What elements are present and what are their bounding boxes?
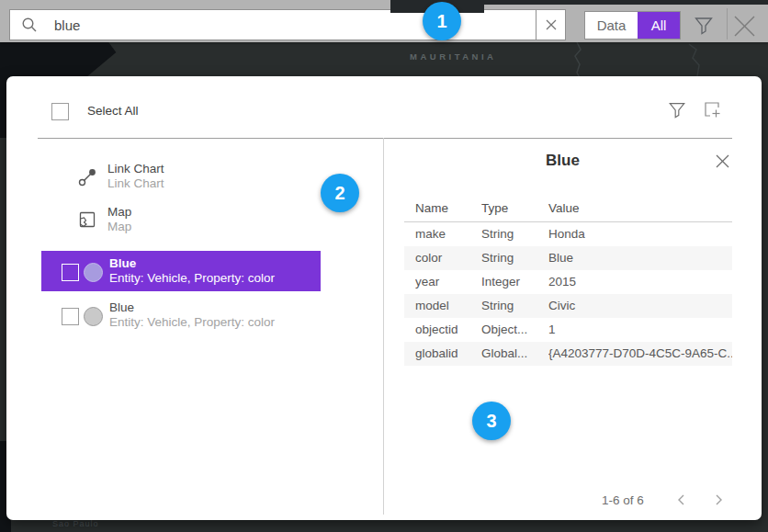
result-title: Blue — [109, 256, 136, 270]
cell-name: year — [415, 270, 481, 294]
results-filter-icon[interactable] — [668, 100, 686, 122]
entity-circle-icon — [84, 263, 103, 282]
search-scope-toggle: Data All — [584, 11, 681, 40]
toolbar-divider — [727, 8, 728, 40]
cell-type: Global... — [481, 342, 548, 366]
cell-value: {A4203777-D70D-4C5C-9A65-C... — [548, 342, 732, 366]
list-detail-divider — [383, 138, 384, 515]
select-all-checkbox[interactable] — [51, 103, 69, 120]
column-header-type: Type — [481, 201, 508, 215]
cell-name: objectid — [415, 318, 481, 342]
table-row: objectid Object... 1 — [404, 318, 732, 342]
result-subtitle: Link Chart — [107, 176, 164, 190]
cell-value: Honda — [548, 222, 732, 246]
cell-type: String — [481, 246, 548, 270]
detail-title: Blue — [404, 152, 721, 170]
cell-value: 2015 — [548, 270, 732, 294]
result-title: Map — [107, 205, 131, 219]
cell-name: model — [415, 294, 481, 318]
table-row: globalid Global... {A4203777-D70D-4C5C-9… — [404, 342, 732, 366]
link-chart-icon — [78, 168, 96, 190]
cell-value: 1 — [548, 318, 732, 342]
map-label-bottom: Sao Paulo — [52, 519, 99, 528]
result-checkbox[interactable] — [62, 264, 79, 281]
cell-type: Object... — [481, 318, 548, 342]
callout-badge-2: 2 — [321, 174, 359, 212]
pagination-next-icon[interactable] — [712, 493, 725, 510]
column-header-value: Value — [548, 201, 580, 215]
result-subtitle: Entity: Vehicle, Property: color — [109, 315, 275, 329]
cell-name: globalid — [415, 342, 481, 366]
select-all-label: Select All — [87, 104, 139, 118]
search-overlay-screen: MAURITANIA Sao Paulo Data All WESTERN 1 … — [0, 0, 768, 532]
filter-icon[interactable] — [694, 15, 714, 39]
header-separator — [38, 138, 732, 139]
result-subtitle: Map — [107, 220, 131, 233]
table-row: make String Honda — [404, 222, 732, 246]
pagination-prev-icon[interactable] — [675, 493, 688, 510]
close-search-icon[interactable] — [732, 14, 757, 42]
scope-data-button[interactable]: Data — [585, 12, 638, 39]
search-results-panel: Select All Link Chart Link Chart Map Map… — [6, 76, 762, 520]
detail-close-icon[interactable] — [715, 153, 730, 173]
cell-type: String — [481, 294, 548, 318]
search-input[interactable] — [52, 17, 536, 34]
cell-type: String — [481, 222, 548, 246]
map-icon — [78, 210, 96, 232]
attribute-table: make String Honda color String Blue year… — [404, 222, 732, 366]
result-checkbox[interactable] — [62, 308, 79, 325]
cell-type: Integer — [481, 270, 548, 294]
cell-value: Blue — [548, 246, 732, 270]
result-title: Link Chart — [107, 162, 164, 175]
clear-x-icon — [546, 19, 557, 30]
cell-name: color — [415, 246, 481, 270]
result-subtitle: Entity: Vehicle, Property: color — [109, 271, 275, 285]
map-label-mauritania: MAURITANIA — [410, 51, 496, 62]
table-row: color String Blue — [404, 246, 732, 270]
cell-value: Civic — [548, 294, 732, 318]
search-toolbar: Data All — [0, 0, 768, 42]
clear-search-button[interactable] — [536, 9, 566, 40]
callout-badge-3: 3 — [472, 402, 511, 440]
column-header-name: Name — [415, 201, 448, 215]
result-title: Blue — [109, 300, 134, 314]
search-icon — [21, 17, 38, 33]
add-to-selection-icon[interactable] — [702, 99, 722, 123]
table-row: model String Civic — [404, 294, 732, 318]
cell-name: make — [415, 222, 481, 246]
pagination-range-label: 1-6 of 6 — [602, 493, 644, 507]
entity-circle-icon — [84, 307, 103, 326]
table-row: year Integer 2015 — [404, 270, 732, 294]
scope-all-button[interactable]: All — [638, 12, 680, 39]
callout-badge-1: 1 — [423, 2, 461, 40]
